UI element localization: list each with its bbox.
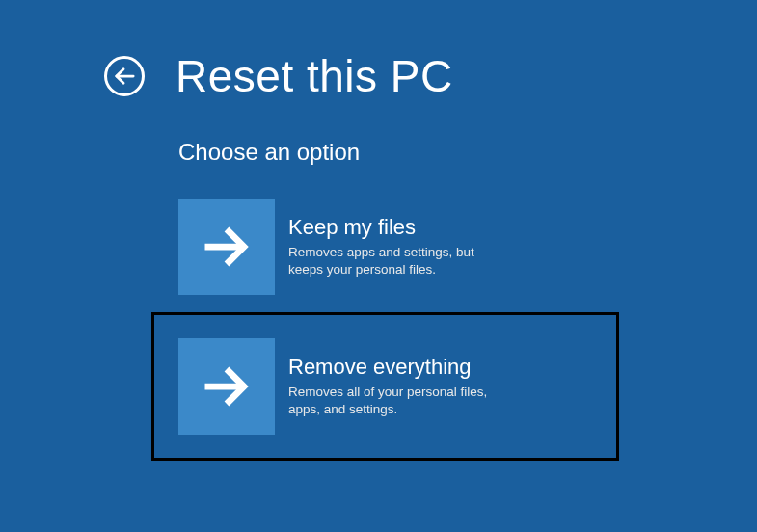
option-tile xyxy=(178,199,275,295)
content-area: Choose an option Keep my files Removes a… xyxy=(0,102,757,461)
option-title: Remove everything xyxy=(288,355,593,380)
page-title: Reset this PC xyxy=(176,50,453,102)
option-remove-everything[interactable]: Remove everything Removes all of your pe… xyxy=(151,312,619,461)
option-title: Keep my files xyxy=(288,215,593,240)
option-tile xyxy=(178,338,275,435)
back-arrow-icon xyxy=(114,66,135,87)
option-keep-my-files[interactable]: Keep my files Removes apps and settings,… xyxy=(178,199,593,295)
option-description: Removes apps and settings, but keeps you… xyxy=(288,244,510,279)
back-button[interactable] xyxy=(104,56,145,96)
header: Reset this PC xyxy=(0,0,757,102)
option-description: Removes all of your personal files, apps… xyxy=(288,384,510,418)
arrow-right-icon xyxy=(201,221,253,273)
arrow-right-icon xyxy=(201,360,253,412)
subtitle: Choose an option xyxy=(178,139,757,166)
option-text: Remove everything Removes all of your pe… xyxy=(288,355,593,418)
option-text: Keep my files Removes apps and settings,… xyxy=(288,215,593,279)
